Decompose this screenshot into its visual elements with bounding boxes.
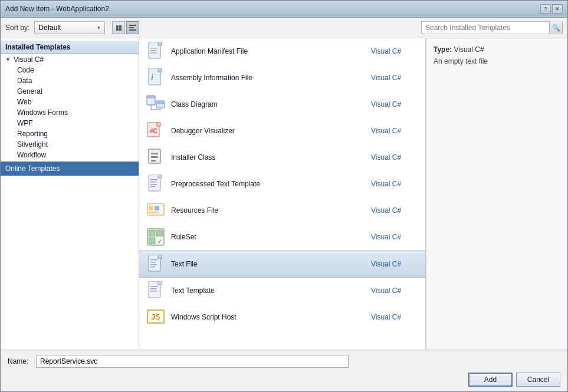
grid-view-button[interactable] — [112, 21, 125, 34]
add-button[interactable]: Add — [468, 373, 513, 387]
item-icon-assembly: i — [146, 68, 165, 87]
tree-panel: Installed Templates ▼ Visual C# Code Dat… — [1, 38, 139, 350]
item-name: Application Manifest File — [171, 47, 365, 55]
svg-rect-26 — [150, 184, 157, 185]
item-type: Visual C# — [371, 206, 418, 215]
title-bar: Add New Item - WebApplication2 ? ✕ — [1, 1, 567, 18]
grid-view-icon — [116, 25, 122, 31]
list-item[interactable]: Installer Class Visual C# — [139, 144, 425, 171]
item-type: Visual C# — [371, 260, 418, 268]
help-button[interactable]: ? — [540, 4, 551, 14]
item-name: Installer Class — [171, 153, 365, 162]
list-view-icon — [129, 25, 136, 31]
name-input[interactable] — [36, 355, 349, 368]
tree-item-label: Windows Forms — [17, 108, 68, 117]
tree-item-visual-csharp[interactable]: ▼ Visual C# — [1, 54, 139, 65]
tree-item-label: Code — [17, 66, 34, 74]
svg-text:✓: ✓ — [157, 238, 162, 245]
svg-rect-46 — [150, 288, 156, 289]
svg-rect-45 — [150, 286, 157, 287]
svg-rect-39 — [150, 259, 157, 261]
tree-item-silverlight[interactable]: Silverlight — [1, 139, 139, 150]
svg-rect-19 — [151, 153, 158, 154]
item-icon-manifest — [146, 42, 165, 61]
list-item[interactable]: Resources File Visual C# — [139, 197, 425, 224]
item-name: RuleSet — [171, 233, 365, 241]
svg-rect-4 — [150, 52, 157, 54]
svg-rect-31 — [149, 212, 159, 213]
tree-item-online-templates[interactable]: Online Templates — [1, 162, 139, 176]
info-type-label: Type: — [434, 45, 452, 54]
svg-rect-21 — [151, 160, 156, 162]
bottom-bar: Name: Add Cancel — [1, 350, 567, 391]
list-item[interactable]: Text Template Visual C# — [139, 278, 425, 304]
view-buttons — [112, 21, 139, 34]
tree-item-label: Web — [17, 98, 31, 106]
item-icon-class-diagram — [146, 95, 165, 114]
list-view-button[interactable] — [126, 21, 139, 34]
item-icon-installer — [146, 148, 165, 167]
tree-item-label: Data — [17, 77, 32, 85]
list-item-text-file[interactable]: Text File Visual C# — [139, 251, 425, 278]
sort-dropdown-container: Default ▼ — [34, 21, 105, 34]
search-input[interactable] — [422, 22, 549, 33]
svg-rect-42 — [150, 266, 155, 268]
dialog-window: Add New Item - WebApplication2 ? ✕ Sort … — [0, 0, 568, 392]
svg-rect-2 — [150, 48, 157, 49]
tree-item-reporting[interactable]: Reporting — [1, 129, 139, 139]
main-content: Installed Templates ▼ Visual C# Code Dat… — [1, 38, 567, 350]
list-item[interactable]: Class Diagram Visual C# — [139, 91, 425, 118]
item-type: Visual C# — [371, 180, 418, 188]
svg-rect-23 — [158, 174, 162, 178]
list-item[interactable]: Preprocessed Text Template Visual C# — [139, 171, 425, 197]
list-item[interactable]: Application Manifest File Visual C# — [139, 38, 425, 65]
item-name: Class Diagram — [171, 100, 365, 108]
online-templates-label: Online Templates — [5, 164, 60, 173]
list-item[interactable]: i Assembly Information File Visual C# — [139, 65, 425, 91]
info-type: Type: Visual C# — [434, 45, 560, 54]
item-name: Preprocessed Text Template — [171, 180, 365, 188]
svg-rect-29 — [149, 206, 153, 210]
item-icon-text-file — [146, 255, 165, 274]
item-name: Resources File — [171, 206, 365, 215]
info-panel: Type: Visual C# An empty text file — [426, 38, 567, 350]
item-type: Visual C# — [371, 286, 418, 295]
items-panel: Application Manifest File Visual C# i As… — [139, 38, 426, 350]
list-item[interactable]: JS Windows Script Host Visual C# — [139, 304, 425, 331]
toolbar: Sort by: Default ▼ — [1, 18, 567, 38]
svg-rect-1 — [158, 42, 162, 45]
svg-rect-44 — [158, 281, 162, 285]
item-type: Visual C# — [371, 47, 418, 55]
sort-dropdown[interactable]: Default ▼ — [34, 21, 105, 34]
svg-text:i: i — [151, 73, 153, 82]
svg-rect-27 — [150, 186, 155, 187]
dropdown-arrow-icon: ▼ — [96, 25, 101, 31]
search-box: 🔍 — [421, 21, 563, 34]
svg-rect-47 — [150, 291, 157, 292]
item-name: Debugger Visualizer — [171, 127, 365, 135]
tree-item-windows-forms[interactable]: Windows Forms — [1, 107, 139, 118]
item-icon-text-template-2 — [146, 281, 165, 300]
svg-rect-3 — [150, 50, 156, 51]
svg-rect-20 — [151, 156, 158, 158]
tree-item-label: Visual C# — [14, 55, 44, 64]
tree-item-web[interactable]: Web — [1, 97, 139, 107]
tree-item-data[interactable]: Data — [1, 75, 139, 86]
svg-rect-34 — [156, 230, 163, 236]
search-icon[interactable]: 🔍 — [549, 21, 562, 34]
tree-item-workflow[interactable]: Workflow — [1, 150, 139, 160]
tree-item-general[interactable]: General — [1, 86, 139, 97]
cancel-button[interactable]: Cancel — [516, 373, 560, 387]
list-item[interactable]: ✓ RuleSet Visual C# — [139, 224, 425, 251]
close-button[interactable]: ✕ — [552, 4, 563, 14]
tree-item-label: General — [17, 87, 42, 95]
tree-item-code[interactable]: Code — [1, 65, 139, 75]
tree-header: Installed Templates — [1, 41, 139, 54]
list-item[interactable]: #C Debugger Visualizer Visual C# — [139, 118, 425, 144]
svg-rect-30 — [155, 206, 159, 210]
svg-rect-16 — [157, 123, 160, 126]
tree-item-wpf[interactable]: WPF — [1, 118, 139, 129]
item-name: Windows Script Host — [171, 313, 365, 321]
svg-rect-9 — [147, 95, 155, 98]
expand-icon: ▼ — [5, 57, 11, 62]
